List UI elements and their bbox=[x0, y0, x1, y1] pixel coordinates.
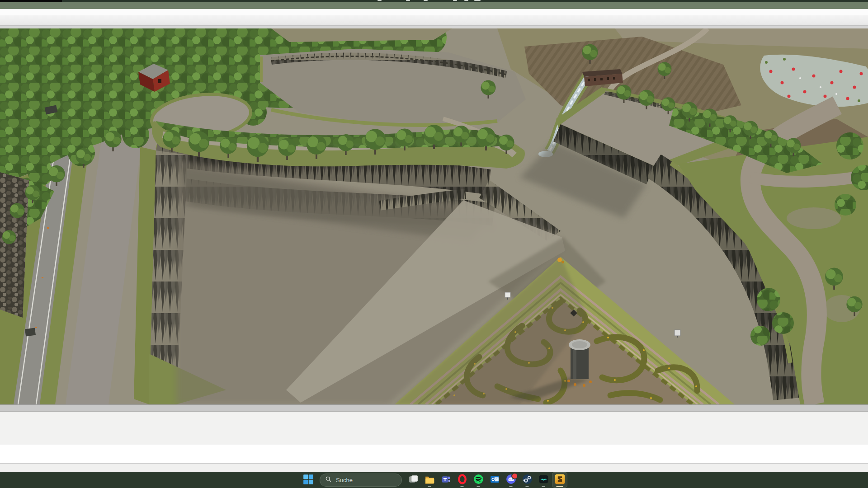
chrome-panel-light bbox=[0, 464, 868, 472]
outlook-icon bbox=[489, 474, 500, 486]
taskbar-center-group bbox=[301, 472, 567, 488]
search-icon bbox=[325, 476, 332, 484]
outlook-button[interactable] bbox=[487, 472, 502, 488]
hud-mark-icon bbox=[453, 0, 457, 1]
discord-button[interactable] bbox=[503, 472, 519, 488]
chrome-panel-bottom bbox=[0, 412, 868, 445]
farming-simulator-button[interactable] bbox=[552, 472, 567, 488]
spotify-button[interactable] bbox=[471, 472, 486, 488]
chrome-band-white bbox=[0, 9, 868, 15]
taskbar bbox=[0, 472, 868, 488]
chrome-band-bottom bbox=[0, 404, 868, 412]
search-input[interactable] bbox=[335, 476, 396, 484]
file-explorer-button[interactable] bbox=[422, 472, 437, 488]
fs-icon bbox=[554, 474, 566, 486]
folder-icon bbox=[424, 474, 435, 486]
spotify-icon bbox=[473, 474, 484, 486]
teams-icon bbox=[440, 474, 452, 486]
bat-icon bbox=[538, 474, 549, 486]
task-view-icon bbox=[408, 474, 419, 486]
window-menu-bar bbox=[0, 2, 868, 9]
hud-mark-icon bbox=[406, 0, 410, 1]
game-viewport[interactable] bbox=[0, 28, 868, 404]
taskbar-search[interactable] bbox=[320, 474, 402, 487]
chrome-band-gray bbox=[0, 15, 868, 26]
hud-mark-icon bbox=[464, 0, 468, 1]
opera-button[interactable] bbox=[454, 472, 470, 488]
steam-icon bbox=[522, 474, 533, 486]
windows-logo-icon bbox=[302, 474, 314, 487]
hud-mark-icon bbox=[474, 0, 481, 1]
desktop-screen bbox=[0, 0, 868, 488]
teams-button[interactable] bbox=[438, 472, 453, 488]
hud-mark-icon bbox=[424, 0, 428, 1]
steam-button[interactable] bbox=[519, 472, 535, 488]
opera-icon bbox=[457, 474, 468, 486]
dark-game-button[interactable] bbox=[536, 472, 551, 488]
hud-mark-icon bbox=[377, 0, 382, 1]
task-view-button[interactable] bbox=[406, 472, 421, 488]
start-button[interactable] bbox=[301, 472, 316, 488]
discord-notification-badge bbox=[511, 473, 518, 479]
chrome-panel-white bbox=[0, 445, 868, 464]
